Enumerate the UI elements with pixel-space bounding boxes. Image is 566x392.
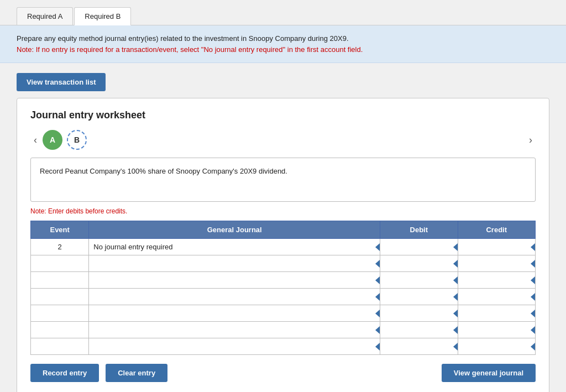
cell-debit[interactable]	[380, 255, 458, 272]
note-debits: Note: Enter debits before credits.	[30, 207, 536, 215]
dropdown-indicator	[375, 243, 380, 251]
cell-general-journal[interactable]	[89, 255, 380, 272]
cell-credit[interactable]	[458, 272, 535, 289]
action-bar: View transaction list	[0, 63, 566, 98]
page-wrapper: Required A Required B Prepare any equity…	[0, 0, 566, 392]
dropdown-indicator	[375, 293, 380, 301]
dropdown-indicator	[375, 260, 380, 268]
cell-general-journal[interactable]	[89, 305, 380, 322]
dropdown-indicator	[531, 326, 535, 334]
dropdown-indicator	[375, 326, 380, 334]
worksheet-title: Journal entry worksheet	[30, 109, 536, 121]
dropdown-indicator	[531, 276, 535, 284]
clear-entry-button[interactable]: Clear entry	[106, 364, 167, 382]
cell-general-journal[interactable]	[89, 338, 380, 355]
entry-description: Record Peanut Company's 100% share of Sn…	[30, 158, 536, 202]
dropdown-indicator	[453, 310, 458, 317]
cell-credit[interactable]	[458, 305, 535, 322]
tab-required-a[interactable]: Required A	[17, 7, 73, 25]
entry-tab-a[interactable]: A	[43, 130, 62, 150]
dropdown-indicator	[453, 326, 458, 334]
dropdown-indicator	[375, 276, 380, 284]
next-entry-arrow[interactable]: ›	[526, 133, 536, 147]
cell-event	[31, 338, 89, 355]
cell-debit[interactable]	[380, 289, 458, 305]
cell-debit[interactable]	[380, 322, 458, 338]
dropdown-indicator	[453, 260, 458, 268]
dropdown-indicator	[531, 343, 535, 351]
dropdown-indicator	[453, 293, 458, 301]
cell-debit[interactable]	[380, 338, 458, 355]
cell-event: 2	[31, 239, 89, 255]
cell-event	[31, 255, 89, 272]
col-event: Event	[31, 221, 89, 239]
cell-debit[interactable]	[380, 305, 458, 322]
dropdown-indicator	[453, 343, 458, 351]
cell-general-journal[interactable]	[89, 272, 380, 289]
cell-debit[interactable]	[380, 239, 458, 255]
cell-credit[interactable]	[458, 255, 535, 272]
col-general-journal: General Journal	[89, 221, 380, 239]
cell-debit[interactable]	[380, 272, 458, 289]
table-row: 2 No journal entry required	[31, 239, 536, 255]
entry-tab-b[interactable]: B	[67, 130, 87, 150]
bottom-buttons: Record entry Clear entry View general jo…	[30, 364, 536, 382]
cell-general-journal[interactable]	[89, 289, 380, 305]
cell-event	[31, 289, 89, 305]
info-main-text: Prepare any equity method journal entry(…	[17, 33, 549, 44]
entry-tabs-row: ‹ A B ›	[30, 130, 536, 150]
cell-event	[31, 305, 89, 322]
worksheet-card: Journal entry worksheet ‹ A B › Record P…	[17, 98, 549, 392]
cell-credit[interactable]	[458, 239, 535, 255]
col-credit: Credit	[458, 221, 535, 239]
view-transaction-button[interactable]: View transaction list	[17, 73, 106, 91]
table-row	[31, 305, 536, 322]
cell-event	[31, 322, 89, 338]
cell-credit[interactable]	[458, 289, 535, 305]
dropdown-indicator	[375, 310, 380, 317]
col-debit: Debit	[380, 221, 458, 239]
view-general-journal-button[interactable]: View general journal	[442, 364, 536, 382]
dropdown-indicator	[531, 243, 535, 251]
dropdown-indicator	[531, 310, 535, 317]
dropdown-indicator	[453, 276, 458, 284]
table-row	[31, 322, 536, 338]
dropdown-indicator	[453, 243, 458, 251]
tab-required-b[interactable]: Required B	[74, 7, 131, 25]
table-row	[31, 255, 536, 272]
table-row	[31, 289, 536, 305]
prev-entry-arrow[interactable]: ‹	[30, 133, 40, 147]
dropdown-indicator	[531, 260, 535, 268]
cell-event	[31, 272, 89, 289]
cell-general-journal[interactable]: No journal entry required	[89, 239, 380, 255]
table-row	[31, 338, 536, 355]
dropdown-indicator	[375, 343, 380, 351]
cell-credit[interactable]	[458, 338, 535, 355]
info-note-text: Note: If no entry is required for a tran…	[17, 44, 549, 55]
table-row	[31, 272, 536, 289]
info-banner: Prepare any equity method journal entry(…	[0, 25, 566, 63]
tabs-bar: Required A Required B	[0, 0, 566, 25]
dropdown-indicator	[531, 293, 535, 301]
cell-credit[interactable]	[458, 322, 535, 338]
record-entry-button[interactable]: Record entry	[30, 364, 99, 382]
journal-table: Event General Journal Debit Credit 2 No …	[30, 221, 536, 355]
cell-general-journal[interactable]	[89, 322, 380, 338]
